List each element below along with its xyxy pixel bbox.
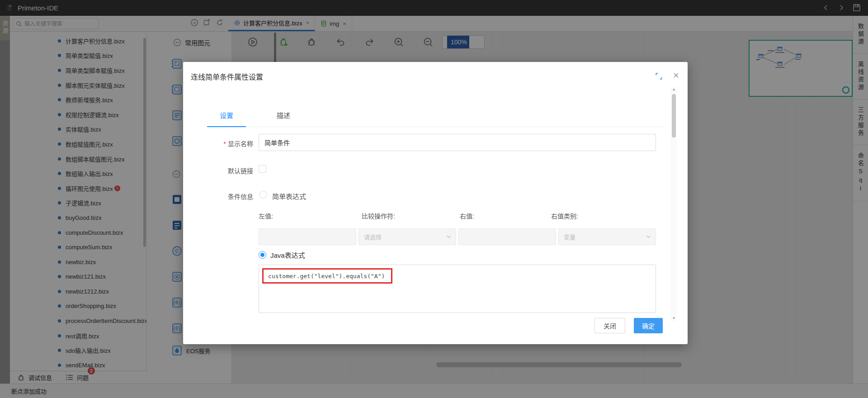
operator-column-label: 比较操作符: <box>362 211 395 220</box>
operator-select[interactable]: 请选择 <box>359 228 456 245</box>
dialog-title: 连线简单条件属性设置 <box>191 71 263 82</box>
scroll-up-icon[interactable]: ▲ <box>671 87 677 92</box>
dialog-scrollbar[interactable]: ▲ ▼ <box>671 87 677 321</box>
java-expression-code: customer.get("level").equals("A") <box>268 273 385 280</box>
left-value-column-label: 左值: <box>259 211 273 220</box>
default-link-label: 默认链接 <box>183 166 253 175</box>
expression-fields-row: 请选择 变量 <box>259 228 656 245</box>
simple-expression-label: 简单表达式 <box>272 191 306 201</box>
ok-button[interactable]: 确定 <box>634 318 663 333</box>
java-expression-textarea[interactable]: customer.get("level").equals("A") <box>259 265 656 313</box>
app-root: Primeton-IDE AI <box>0 0 868 398</box>
display-name-input[interactable] <box>259 134 656 151</box>
condition-settings-dialog: 连线简单条件属性设置 × 设置 描述 *显示名称 默认链接 条件信息 简单表达式… <box>183 62 688 344</box>
right-value-type-column-label: 右值类别: <box>551 211 578 220</box>
chevron-down-icon <box>446 235 451 238</box>
condition-info-label: 条件信息 <box>183 192 253 201</box>
right-value-type-select[interactable]: 变量 <box>558 228 656 245</box>
right-value-column-label: 右值: <box>460 211 474 220</box>
scrollbar-thumb[interactable] <box>672 94 676 137</box>
tab-description[interactable]: 描述 <box>264 105 303 127</box>
display-name-label: *显示名称 <box>183 139 253 148</box>
dialog-tabs: 设置 描述 <box>207 105 665 127</box>
close-icon[interactable]: × <box>671 68 681 83</box>
fullscreen-icon[interactable] <box>655 72 663 82</box>
default-link-checkbox[interactable] <box>259 165 266 173</box>
annotation-highlight-box: customer.get("level").equals("A") <box>262 268 392 284</box>
simple-expression-radio[interactable] <box>259 191 267 199</box>
java-expression-radio[interactable] <box>259 251 266 259</box>
close-button[interactable]: 关闭 <box>594 318 625 333</box>
right-value-input[interactable] <box>458 228 556 245</box>
java-expression-label: Java表达式 <box>270 250 305 260</box>
scroll-down-icon[interactable]: ▼ <box>671 316 677 321</box>
required-marker: * <box>224 140 226 147</box>
tab-settings[interactable]: 设置 <box>207 105 246 127</box>
left-value-input[interactable] <box>259 228 356 245</box>
chevron-down-icon <box>646 235 651 238</box>
